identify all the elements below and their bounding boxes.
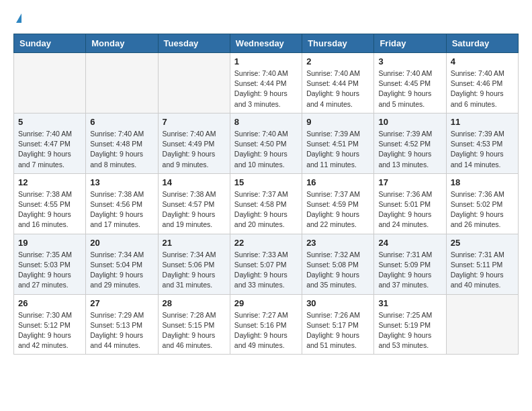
calendar-week-1: 1Sunrise: 7:40 AMSunset: 4:44 PMDaylight… (14, 53, 519, 113)
day-number: 11 (451, 117, 514, 127)
day-number: 13 (90, 177, 153, 187)
calendar-cell: 10Sunrise: 7:39 AMSunset: 4:52 PMDayligh… (374, 113, 446, 173)
day-number: 16 (306, 177, 369, 187)
calendar-cell: 4Sunrise: 7:40 AMSunset: 4:46 PMDaylight… (446, 53, 518, 113)
logo (13, 13, 21, 23)
weekday-header-friday: Friday (374, 34, 446, 53)
calendar-cell: 26Sunrise: 7:30 AMSunset: 5:12 PMDayligh… (14, 294, 86, 355)
calendar-table: SundayMondayTuesdayWednesdayThursdayFrid… (13, 34, 519, 355)
calendar-cell: 12Sunrise: 7:38 AMSunset: 4:55 PMDayligh… (14, 173, 86, 234)
day-number: 8 (234, 117, 298, 127)
calendar-cell: 31Sunrise: 7:25 AMSunset: 5:19 PMDayligh… (374, 294, 446, 355)
calendar-cell: 17Sunrise: 7:36 AMSunset: 5:01 PMDayligh… (374, 173, 446, 234)
day-number: 24 (378, 238, 441, 248)
day-info: Sunrise: 7:40 AMSunset: 4:45 PMDaylight:… (378, 68, 441, 109)
calendar-header-row: SundayMondayTuesdayWednesdayThursdayFrid… (14, 34, 519, 53)
calendar-cell: 24Sunrise: 7:31 AMSunset: 5:09 PMDayligh… (374, 234, 446, 294)
day-info: Sunrise: 7:40 AMSunset: 4:44 PMDaylight:… (306, 68, 369, 109)
day-info: Sunrise: 7:37 AMSunset: 4:59 PMDaylight:… (306, 189, 369, 230)
logo-arrow-icon (16, 13, 21, 23)
weekday-header-wednesday: Wednesday (230, 34, 302, 53)
calendar-cell (158, 53, 230, 113)
day-info: Sunrise: 7:34 AMSunset: 5:06 PMDaylight:… (163, 250, 226, 291)
calendar-cell: 18Sunrise: 7:36 AMSunset: 5:02 PMDayligh… (446, 173, 518, 234)
day-number: 23 (306, 238, 369, 248)
calendar-cell: 19Sunrise: 7:35 AMSunset: 5:03 PMDayligh… (14, 234, 86, 294)
day-info: Sunrise: 7:38 AMSunset: 4:55 PMDaylight:… (18, 189, 81, 230)
day-info: Sunrise: 7:39 AMSunset: 4:52 PMDaylight:… (378, 129, 441, 170)
day-info: Sunrise: 7:31 AMSunset: 5:11 PMDaylight:… (451, 250, 514, 291)
weekday-header-thursday: Thursday (302, 34, 374, 53)
day-number: 28 (163, 298, 226, 308)
calendar-cell: 11Sunrise: 7:39 AMSunset: 4:53 PMDayligh… (446, 113, 518, 173)
calendar-cell (86, 53, 158, 113)
day-number: 7 (163, 117, 226, 127)
calendar-cell: 23Sunrise: 7:32 AMSunset: 5:08 PMDayligh… (302, 234, 374, 294)
day-info: Sunrise: 7:28 AMSunset: 5:15 PMDaylight:… (163, 310, 226, 351)
day-number: 15 (234, 177, 298, 187)
day-number: 20 (90, 238, 153, 248)
day-number: 5 (18, 117, 81, 127)
day-number: 29 (234, 298, 298, 308)
day-number: 31 (378, 298, 441, 308)
calendar-cell: 15Sunrise: 7:37 AMSunset: 4:58 PMDayligh… (230, 173, 302, 234)
day-number: 25 (451, 238, 514, 248)
day-info: Sunrise: 7:37 AMSunset: 4:58 PMDaylight:… (234, 189, 298, 230)
calendar-cell: 25Sunrise: 7:31 AMSunset: 5:11 PMDayligh… (446, 234, 518, 294)
day-number: 26 (18, 298, 81, 308)
day-info: Sunrise: 7:40 AMSunset: 4:49 PMDaylight:… (163, 129, 226, 170)
calendar-cell: 16Sunrise: 7:37 AMSunset: 4:59 PMDayligh… (302, 173, 374, 234)
day-number: 6 (90, 117, 153, 127)
calendar-week-4: 19Sunrise: 7:35 AMSunset: 5:03 PMDayligh… (14, 234, 519, 294)
day-info: Sunrise: 7:25 AMSunset: 5:19 PMDaylight:… (378, 310, 441, 351)
calendar-cell: 14Sunrise: 7:38 AMSunset: 4:57 PMDayligh… (158, 173, 230, 234)
day-number: 21 (163, 238, 226, 248)
weekday-header-monday: Monday (86, 34, 158, 53)
day-number: 12 (18, 177, 81, 187)
calendar-cell: 13Sunrise: 7:38 AMSunset: 4:56 PMDayligh… (86, 173, 158, 234)
calendar-cell: 30Sunrise: 7:26 AMSunset: 5:17 PMDayligh… (302, 294, 374, 355)
day-info: Sunrise: 7:39 AMSunset: 4:51 PMDaylight:… (306, 129, 369, 170)
calendar-cell: 28Sunrise: 7:28 AMSunset: 5:15 PMDayligh… (158, 294, 230, 355)
calendar-cell: 20Sunrise: 7:34 AMSunset: 5:04 PMDayligh… (86, 234, 158, 294)
day-number: 4 (451, 56, 514, 66)
day-number: 10 (378, 117, 441, 127)
calendar-week-2: 5Sunrise: 7:40 AMSunset: 4:47 PMDaylight… (14, 113, 519, 173)
weekday-header-tuesday: Tuesday (158, 34, 230, 53)
day-number: 18 (451, 177, 514, 187)
day-number: 14 (163, 177, 226, 187)
day-info: Sunrise: 7:32 AMSunset: 5:08 PMDaylight:… (306, 250, 369, 291)
day-info: Sunrise: 7:26 AMSunset: 5:17 PMDaylight:… (306, 310, 369, 351)
calendar-cell: 3Sunrise: 7:40 AMSunset: 4:45 PMDaylight… (374, 53, 446, 113)
calendar-week-5: 26Sunrise: 7:30 AMSunset: 5:12 PMDayligh… (14, 294, 519, 355)
day-number: 19 (18, 238, 81, 248)
day-info: Sunrise: 7:40 AMSunset: 4:44 PMDaylight:… (234, 68, 298, 109)
day-number: 27 (90, 298, 153, 308)
calendar-cell: 9Sunrise: 7:39 AMSunset: 4:51 PMDaylight… (302, 113, 374, 173)
day-info: Sunrise: 7:30 AMSunset: 5:12 PMDaylight:… (18, 310, 81, 351)
calendar-cell: 21Sunrise: 7:34 AMSunset: 5:06 PMDayligh… (158, 234, 230, 294)
day-info: Sunrise: 7:38 AMSunset: 4:56 PMDaylight:… (90, 189, 153, 230)
day-info: Sunrise: 7:39 AMSunset: 4:53 PMDaylight:… (451, 129, 514, 170)
day-info: Sunrise: 7:40 AMSunset: 4:47 PMDaylight:… (18, 129, 81, 170)
day-info: Sunrise: 7:33 AMSunset: 5:07 PMDaylight:… (234, 250, 298, 291)
calendar-cell: 5Sunrise: 7:40 AMSunset: 4:47 PMDaylight… (14, 113, 86, 173)
day-number: 9 (306, 117, 369, 127)
day-info: Sunrise: 7:35 AMSunset: 5:03 PMDaylight:… (18, 250, 81, 291)
day-number: 30 (306, 298, 369, 308)
day-info: Sunrise: 7:38 AMSunset: 4:57 PMDaylight:… (163, 189, 226, 230)
day-info: Sunrise: 7:40 AMSunset: 4:50 PMDaylight:… (234, 129, 298, 170)
day-number: 1 (234, 56, 298, 66)
calendar-cell: 1Sunrise: 7:40 AMSunset: 4:44 PMDaylight… (230, 53, 302, 113)
calendar-cell: 6Sunrise: 7:40 AMSunset: 4:48 PMDaylight… (86, 113, 158, 173)
weekday-header-saturday: Saturday (446, 34, 518, 53)
calendar-cell: 2Sunrise: 7:40 AMSunset: 4:44 PMDaylight… (302, 53, 374, 113)
day-info: Sunrise: 7:40 AMSunset: 4:48 PMDaylight:… (90, 129, 153, 170)
weekday-header-sunday: Sunday (14, 34, 86, 53)
day-info: Sunrise: 7:40 AMSunset: 4:46 PMDaylight:… (451, 68, 514, 109)
calendar-week-3: 12Sunrise: 7:38 AMSunset: 4:55 PMDayligh… (14, 173, 519, 234)
day-info: Sunrise: 7:36 AMSunset: 5:02 PMDaylight:… (451, 189, 514, 230)
calendar-cell: 7Sunrise: 7:40 AMSunset: 4:49 PMDaylight… (158, 113, 230, 173)
page-header (13, 13, 519, 23)
day-info: Sunrise: 7:27 AMSunset: 5:16 PMDaylight:… (234, 310, 298, 351)
